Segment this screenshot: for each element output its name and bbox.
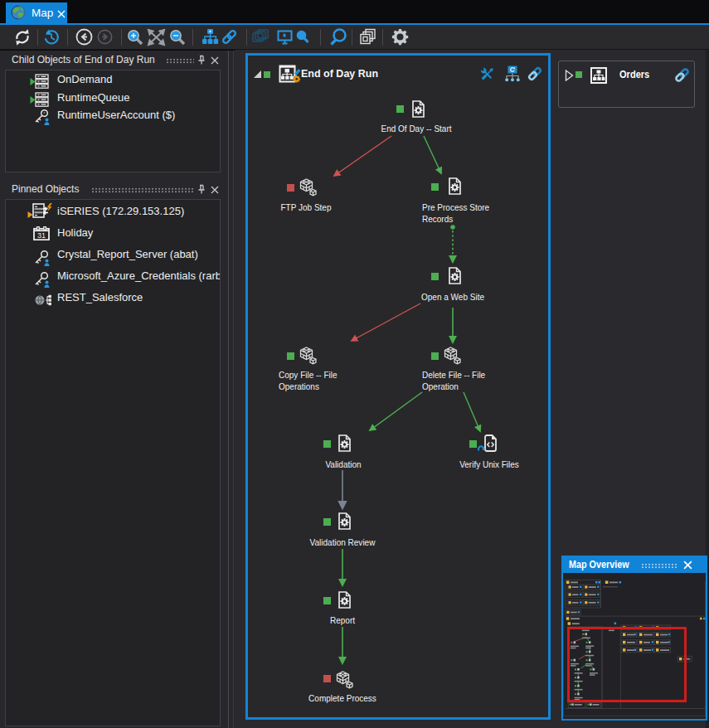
- svg-text:31: 31: [37, 231, 46, 240]
